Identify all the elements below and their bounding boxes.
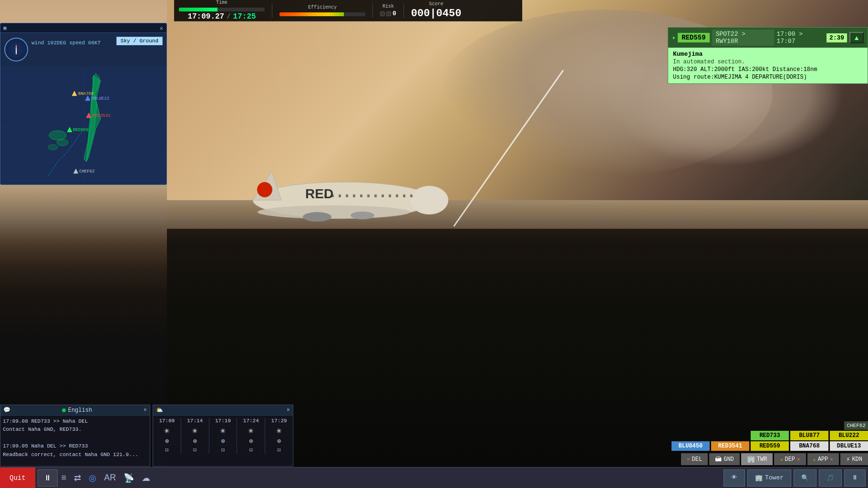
top-hud: Time 17:09.27 / 17:25 Efficiency Risk 0 …: [174, 0, 522, 21]
chat-message-5: Readback correct, contact Naha GND 121.9…: [3, 451, 147, 458]
ac-btn-red733[interactable]: RED733: [751, 431, 789, 440]
svg-point-28: [48, 144, 58, 150]
radar-title: ▣: [3, 25, 7, 31]
chat-messages: 17:09.08 RED733 >> Naha DEL Contact Naha…: [0, 416, 150, 461]
toolbar-radar-icon[interactable]: 📡: [120, 468, 138, 488]
weather-wind-5: ⊕: [277, 437, 281, 445]
time-separator: /: [227, 13, 230, 20]
del-button[interactable]: ✕ DEL: [681, 453, 708, 465]
weather-wind-4: ⊕: [249, 437, 253, 445]
toolbar-cloud-icon[interactable]: ☁: [138, 468, 154, 488]
svg-point-26: [49, 131, 66, 140]
radar-compass: [4, 38, 28, 61]
aircraft-details: Kumejima In automated section. HDG:320 A…: [668, 48, 868, 83]
aircraft-icon: ✈: [672, 34, 675, 41]
weather-panel: ⛅ × 17:09 ✳ ⊕ ⊟ 17:14 ✳ ⊕ ⊟ 17:19 ✳ ⊕ ⊟ …: [153, 405, 293, 467]
toolbar-pause-right-button[interactable]: ⏸: [844, 469, 866, 487]
efficiency-section: Efficiency: [279, 5, 365, 16]
weather-col-1: 17:09 ✳ ⊕ ⊟: [153, 418, 181, 454]
radar-map: ▣ × wind 192DEG speed 06KT Sky / Ground: [0, 23, 167, 185]
weather-time-3: 17:19: [215, 418, 231, 424]
quit-button[interactable]: Quit: [0, 468, 35, 488]
svg-rect-17: [389, 194, 391, 197]
countdown-badge: 2:39: [827, 33, 847, 42]
chat-close-button[interactable]: ×: [144, 407, 147, 414]
route-info: SPOT22 > RWY18R: [712, 30, 775, 46]
dep-button[interactable]: ↗ DEP ✕: [774, 453, 806, 465]
chat-message-3: [3, 435, 147, 442]
weather-runway-2: ⊟: [193, 447, 196, 454]
ac-btn-red559[interactable]: RED559: [751, 441, 789, 451]
aircraft-row-bottom: BLU8450 RED3541 RED559 BNA768 DBLUE13: [672, 441, 868, 451]
toolbar-pause-right-icon: ⏸: [852, 474, 858, 481]
twr-button[interactable]: 🏢 TWR: [741, 453, 773, 465]
ac-btn-dblue13[interactable]: DBLUE13: [830, 441, 868, 451]
hud-divider-3: [403, 3, 404, 18]
app-arrow-icon: ↙: [813, 457, 816, 462]
music-icon: 🎵: [827, 474, 834, 482]
risk-section: Risk 0: [380, 4, 396, 17]
risk-value: 0: [393, 10, 396, 17]
svg-rect-21: [0, 66, 167, 185]
chat-language-label: English: [68, 407, 92, 414]
toolbar-swap-icon[interactable]: ⇄: [70, 468, 85, 488]
chat-active-dot: [62, 408, 66, 412]
app-button[interactable]: ↙ APP ✕: [807, 453, 839, 465]
ac-btn-blu877[interactable]: BLU877: [790, 431, 828, 440]
binoculars-button[interactable]: 👁: [723, 469, 745, 487]
svg-text:RED3541: RED3541: [93, 113, 111, 118]
weather-col-2: 17:14 ✳ ⊕ ⊟: [181, 418, 209, 454]
svg-rect-19: [403, 194, 405, 197]
weather-runway-1: ⊟: [165, 447, 168, 454]
atc-panel: CHEF62 RED733 BLU877 BLU222 BLU8450 RED3…: [668, 421, 868, 467]
sky-ground-toggle[interactable]: Sky / Ground: [116, 37, 163, 45]
svg-text:BNA768: BNA768: [78, 92, 93, 96]
svg-rect-15: [374, 194, 377, 197]
gnd-icon: 🏔: [715, 456, 722, 463]
dep-close-icon: ✕: [797, 456, 800, 462]
svg-point-27: [57, 139, 68, 146]
music-button[interactable]: 🎵: [819, 469, 842, 487]
toolbar-target-icon[interactable]: ◎: [85, 468, 100, 488]
svg-text:DBLUE13: DBLUE13: [91, 96, 109, 101]
radar-wind-info: wind 192DEG speed 06KT: [31, 40, 101, 46]
twr-icon: 🏢: [747, 455, 755, 463]
toolbar-menu-icon[interactable]: ≡: [58, 468, 71, 488]
atc-freq-row: ✕ DEL 🏔 GND 🏢 TWR ↗ DEP ✕ ↙ APP ✕ ⚡ KDN: [668, 453, 868, 465]
aircraft-row-1: CHEF62: [844, 421, 868, 430]
toolbar-right: 👁 🏢 Tower 🔍 🎵 ⏸: [723, 469, 866, 487]
time-end: 17:25: [233, 12, 256, 21]
chat-icon: 💬: [3, 407, 10, 414]
app-label: APP: [818, 456, 828, 463]
risk-label: Risk: [382, 4, 394, 9]
ac-btn-red3541[interactable]: RED3541: [711, 441, 749, 451]
ac-btn-blu8450[interactable]: BLU8450: [672, 441, 710, 451]
gnd-button[interactable]: 🏔 GND: [709, 453, 740, 465]
aircraft-info-panel: ✈ RED559 SPOT22 > RWY18R 17:00 > 17:07 2…: [668, 27, 868, 84]
weather-snow-3: ✳: [220, 425, 226, 436]
aircraft-id-badge[interactable]: RED559: [678, 33, 709, 42]
ac-btn-blu222[interactable]: BLU222: [830, 431, 868, 440]
score-section: Score 000|0450: [411, 1, 462, 20]
weather-close-button[interactable]: ×: [287, 407, 290, 414]
chat-header: 💬 English ×: [0, 405, 150, 416]
svg-text:CHEF62: CHEF62: [79, 169, 94, 174]
kdn-label: KDN: [852, 456, 862, 463]
weather-snow-1: ✳: [164, 425, 169, 436]
del-close-icon: ✕: [687, 456, 690, 462]
kdn-button[interactable]: ⚡ KDN: [840, 453, 868, 465]
pause-play-button[interactable]: ⏸: [38, 469, 58, 487]
tower-icon: 🏢: [755, 474, 763, 482]
svg-rect-8: [324, 194, 327, 197]
radar-close-button[interactable]: ×: [158, 25, 165, 32]
toolbar-ar-button[interactable]: AR: [100, 468, 120, 488]
app-close-icon: ✕: [830, 456, 833, 462]
bottom-toolbar: Quit ⏸ ≡ ⇄ ◎ AR 📡 ☁ 👁 🏢 Tower 🔍 🎵 ⏸: [0, 467, 868, 488]
svg-rect-18: [396, 194, 398, 197]
aircraft-info-close-button[interactable]: ▲: [849, 32, 864, 43]
chat-message-1: 17:09.08 RED733 >> Naha DEL: [3, 418, 147, 425]
aircraft-3d: RED: [229, 162, 467, 248]
search-button[interactable]: 🔍: [794, 469, 816, 487]
ac-btn-bna768[interactable]: BNA768: [790, 441, 828, 451]
tower-button[interactable]: 🏢 Tower: [747, 469, 791, 487]
